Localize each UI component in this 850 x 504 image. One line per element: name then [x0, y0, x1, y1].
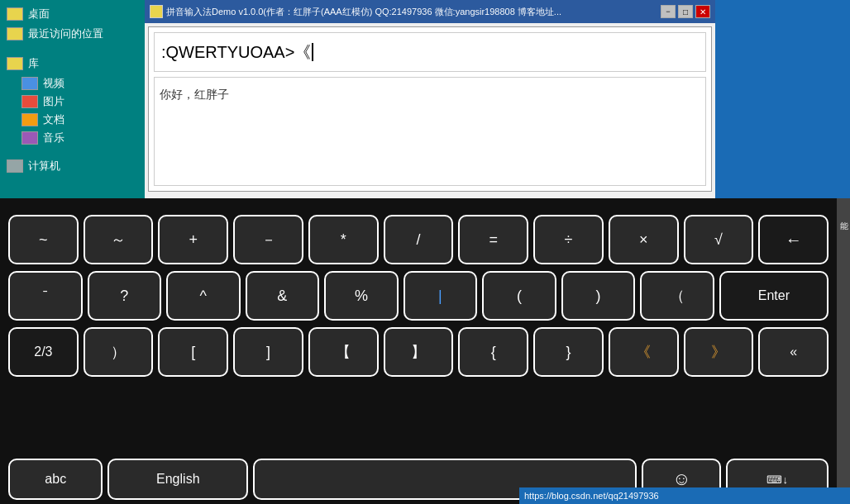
folder-icon	[7, 7, 23, 21]
window-titlebar: 拼音输入法Demo v1.0.0(作者：红胖子(AAA红模仿) QQ:21497…	[145, 0, 715, 23]
page-indicator-key[interactable]: 2/3	[8, 327, 79, 377]
right-panel	[715, 0, 850, 198]
key-lparen[interactable]: (	[482, 271, 556, 321]
key-rangle[interactable]: 》	[684, 327, 754, 377]
minimize-button[interactable]: －	[661, 5, 676, 18]
key-equals[interactable]: =	[458, 215, 528, 264]
key-macron[interactable]: ˉ	[8, 271, 83, 321]
sidebar-section-library[interactable]: 库	[7, 56, 138, 71]
close-button[interactable]: ✕	[695, 5, 710, 18]
sidebar-item-desktop[interactable]: 桌面	[7, 7, 138, 21]
doc-label: 文档	[43, 112, 64, 127]
window-body: :QWERTYUOAA>《 你好，红胖子	[148, 26, 712, 192]
key-rparen-full[interactable]: ）	[84, 327, 154, 377]
input-display[interactable]: :QWERTYUOAA>《	[154, 32, 706, 72]
key-asterisk[interactable]: *	[308, 215, 379, 264]
key-lparen-full[interactable]: （	[640, 271, 714, 321]
key-minus-full[interactable]: －	[233, 215, 303, 264]
sidebar-item-computer[interactable]: 计算机	[7, 159, 138, 174]
sidebar-item-image[interactable]: 图片	[21, 94, 138, 109]
abc-key[interactable]: abc	[8, 459, 103, 500]
library-sub-items: 视频 图片 文档 音乐	[7, 76, 138, 145]
sidebar-item-doc[interactable]: 文档	[21, 112, 138, 127]
doc-icon	[21, 113, 38, 126]
key-rparen[interactable]: )	[561, 271, 636, 321]
video-icon	[21, 77, 38, 90]
key-plus[interactable]: +	[158, 215, 228, 264]
window-title: 拼音输入法Demo v1.0.0(作者：红胖子(AAA红模仿) QQ:21497…	[166, 6, 561, 18]
desktop-sidebar: 桌面 最近访问的位置 库 视频 图片 文档 音乐 计算机	[0, 0, 145, 198]
window-controls: － □ ✕	[661, 5, 710, 18]
backspace-key[interactable]: ←	[758, 215, 829, 264]
url-text: https://blog.csdn.net/qq21497936	[524, 491, 659, 501]
computer-icon	[7, 159, 23, 173]
recent-label: 最近访问的位置	[28, 26, 103, 41]
desktop-label: 桌面	[28, 7, 50, 21]
enter-key[interactable]: Enter	[719, 271, 829, 321]
key-langle[interactable]: 《	[609, 327, 679, 377]
keyboard-row-1: ~ ～ + － * / = ÷ × √ ←	[8, 215, 829, 264]
video-label: 视频	[43, 76, 64, 91]
key-question[interactable]: ?	[88, 271, 162, 321]
key-backtick[interactable]: ~	[8, 215, 79, 264]
maximize-button[interactable]: □	[678, 5, 693, 18]
app-window: 拼音输入法Demo v1.0.0(作者：红胖子(AAA红模仿) QQ:21497…	[145, 0, 715, 198]
library-label: 库	[28, 56, 39, 71]
text-area[interactable]: 你好，红胖子	[154, 77, 706, 186]
sidebar-item-music[interactable]: 音乐	[21, 131, 138, 145]
sidebar-item-video[interactable]: 视频	[21, 76, 138, 91]
key-lbracket-full[interactable]: 【	[308, 327, 379, 377]
greeting-text: 你好，红胖子	[160, 88, 700, 102]
window-icon	[150, 5, 163, 18]
key-pipe[interactable]: |	[404, 271, 478, 321]
key-percent[interactable]: %	[324, 271, 399, 321]
library-icon	[7, 57, 23, 70]
computer-label: 计算机	[28, 159, 60, 174]
key-rbracket[interactable]: ]	[233, 327, 303, 377]
english-key[interactable]: English	[107, 459, 248, 500]
key-slash[interactable]: /	[384, 215, 454, 264]
side-panel: 能	[837, 198, 850, 504]
key-multiply[interactable]: ×	[609, 215, 679, 264]
text-cursor	[312, 43, 313, 61]
folder-icon	[7, 27, 23, 40]
image-label: 图片	[43, 94, 64, 109]
key-caret[interactable]: ^	[166, 271, 241, 321]
image-icon	[21, 95, 38, 108]
key-double-angle[interactable]: «	[758, 327, 829, 377]
keyboard-row-3: 2/3 ） [ ] 【 】 { } 《 》 «	[8, 327, 829, 377]
music-label: 音乐	[43, 131, 64, 145]
music-icon	[21, 131, 38, 145]
key-ampersand[interactable]: &	[246, 271, 320, 321]
key-sqrt[interactable]: √	[684, 215, 754, 264]
taskbar-url: https://blog.csdn.net/qq21497936	[519, 487, 850, 504]
key-tilde-full[interactable]: ～	[84, 215, 154, 264]
sidebar-item-recent[interactable]: 最近访问的位置	[7, 26, 138, 41]
key-lbracket[interactable]: [	[158, 327, 228, 377]
key-rbracket-full[interactable]: 】	[384, 327, 454, 377]
keyboard-row-2: ˉ ? ^ & % | ( ) （ Enter	[8, 271, 829, 321]
key-lbrace[interactable]: {	[458, 327, 528, 377]
key-rbrace[interactable]: }	[533, 327, 604, 377]
key-divide[interactable]: ÷	[533, 215, 604, 264]
input-text: :QWERTYUOAA>《	[161, 41, 311, 64]
